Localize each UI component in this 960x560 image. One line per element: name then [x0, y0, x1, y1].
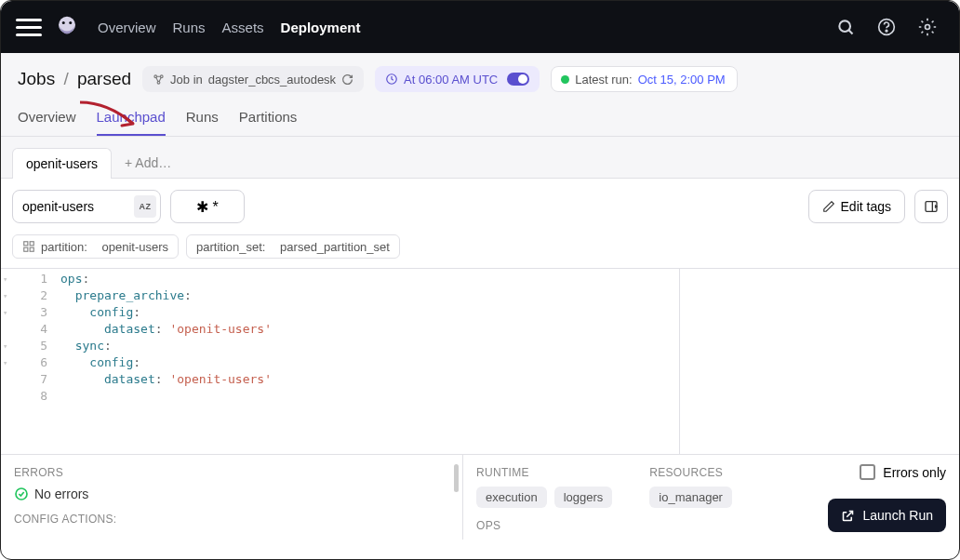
grid-icon — [22, 240, 35, 253]
tags-row: partition: openit-users partition_set: p… — [1, 234, 959, 268]
svg-rect-14 — [24, 242, 28, 246]
runtime-chip-execution[interactable]: execution — [476, 487, 547, 508]
nav-overview[interactable]: Overview — [98, 20, 156, 35]
nav-runs[interactable]: Runs — [173, 20, 206, 35]
scroll-thumb[interactable] — [454, 464, 459, 492]
svg-rect-17 — [30, 247, 33, 251]
dagster-logo-icon[interactable] — [53, 13, 81, 41]
schedule-toggle[interactable] — [507, 73, 529, 86]
launchpad-body: openit-users + Add… AZ ✱ * Edit tags par… — [1, 137, 959, 540]
breadcrumb: Jobs / parsed — [18, 69, 131, 89]
latest-run-time: Oct 15, 2:00 PM — [638, 73, 726, 87]
partition-tag-value: openit-users — [102, 240, 169, 254]
topbar-right — [829, 10, 944, 44]
code-location-chip[interactable]: Job in dagster_cbcs_autodesk — [142, 66, 364, 92]
errors-title: ERRORS — [14, 466, 449, 479]
partition-tag-key: partition: — [41, 240, 87, 254]
latest-run-chip[interactable]: Latest run: Oct 15, 2:00 PM — [551, 66, 737, 92]
config-editor: ▾1 ▾2 ▾3 4 ▾5 ▾6 7 8 ops: prepare_archiv… — [1, 268, 959, 454]
bottom-panel: ERRORS No errors CONFIG ACTIONS: Errors … — [1, 454, 959, 540]
errors-only-toggle[interactable]: Errors only — [860, 464, 946, 480]
status-success-dot — [561, 75, 569, 84]
preset-name-input-wrapper: AZ — [12, 190, 161, 223]
errors-only-label: Errors only — [883, 465, 946, 480]
svg-point-0 — [59, 17, 75, 33]
partition-set-tag-value: parsed_partition_set — [280, 240, 390, 254]
code-location-prefix: Job in — [170, 73, 203, 87]
editor-right-panel — [680, 269, 959, 454]
svg-rect-15 — [30, 242, 33, 246]
edit-tags-button[interactable]: Edit tags — [808, 190, 905, 223]
nav-assets[interactable]: Assets — [222, 20, 264, 35]
help-icon[interactable] — [870, 10, 903, 44]
partition-set-tag-key: partition_set: — [196, 240, 265, 254]
code-location-name: dagster_cbcs_autodesk — [208, 73, 336, 87]
schedule-label: At 06:00 AM UTC — [404, 73, 498, 87]
check-circle-icon — [14, 487, 29, 501]
runtime-title: RUNTIME — [476, 466, 612, 479]
svg-point-6 — [886, 30, 887, 32]
tab-overview[interactable]: Overview — [18, 109, 76, 136]
sub-tabs: Overview Launchpad Runs Partitions — [18, 109, 942, 136]
latest-run-prefix: Latest run: — [575, 73, 632, 87]
breadcrumb-root[interactable]: Jobs — [18, 69, 55, 88]
clock-icon — [385, 73, 398, 86]
scaffold-missing-button[interactable]: ✱ * — [170, 190, 245, 223]
editor-code-area[interactable]: ops: prepare_archive: config: dataset: '… — [55, 269, 680, 454]
hamburger-menu-icon[interactable] — [16, 14, 42, 40]
search-icon[interactable] — [829, 10, 862, 44]
svg-line-4 — [848, 30, 852, 33]
svg-point-2 — [69, 21, 72, 24]
svg-point-7 — [926, 25, 930, 30]
svg-point-3 — [839, 20, 850, 32]
errors-panel: ERRORS No errors CONFIG ACTIONS: — [1, 455, 463, 540]
tab-launchpad[interactable]: Launchpad — [97, 109, 166, 136]
refresh-icon[interactable] — [341, 73, 353, 86]
settings-icon[interactable] — [911, 10, 944, 44]
runtime-panel: Errors only RUNTIME execution loggers RE… — [463, 455, 959, 540]
config-actions-title: CONFIG ACTIONS: — [14, 513, 449, 526]
graph-icon — [153, 73, 165, 86]
partition-set-tag[interactable]: partition_set: parsed_partition_set — [186, 234, 400, 259]
external-link-icon — [841, 509, 855, 523]
top-nav-bar: Overview Runs Assets Deployment — [1, 1, 959, 53]
preset-tab-add[interactable]: + Add… — [112, 148, 184, 179]
svg-point-1 — [62, 21, 65, 24]
sort-az-button[interactable]: AZ — [134, 195, 156, 218]
schedule-chip[interactable]: At 06:00 AM UTC — [375, 66, 540, 92]
tab-partitions[interactable]: Partitions — [239, 109, 298, 136]
resource-chip-io-manager[interactable]: io_manager — [649, 487, 732, 508]
no-errors-text: No errors — [34, 487, 88, 501]
launchpad-toolbar: AZ ✱ * Edit tags — [1, 179, 959, 234]
preset-tab-active[interactable]: openit-users — [12, 148, 112, 179]
editor-gutter: ▾1 ▾2 ▾3 4 ▾5 ▾6 7 8 — [1, 269, 55, 454]
svg-rect-16 — [24, 247, 28, 251]
tab-runs[interactable]: Runs — [186, 109, 219, 136]
nav-links: Overview Runs Assets Deployment — [98, 20, 360, 35]
runtime-chip-loggers[interactable]: loggers — [554, 487, 613, 508]
collapse-panel-button[interactable] — [914, 190, 948, 223]
preset-tabs: openit-users + Add… — [1, 137, 959, 179]
preset-name-input[interactable] — [22, 199, 134, 214]
nav-deployment[interactable]: Deployment — [281, 20, 361, 35]
edit-tags-label: Edit tags — [841, 199, 891, 214]
breadcrumb-current: parsed — [77, 69, 131, 88]
panel-right-icon — [924, 199, 939, 214]
pencil-icon — [822, 200, 835, 213]
errors-only-checkbox[interactable] — [860, 464, 875, 480]
resources-title: RESOURCES — [649, 466, 732, 479]
launch-run-label: Launch Run — [862, 508, 933, 523]
partition-tag[interactable]: partition: openit-users — [12, 234, 179, 259]
launch-run-button[interactable]: Launch Run — [828, 499, 946, 532]
no-errors-row: No errors — [14, 487, 449, 501]
sub-header: Jobs / parsed Job in dagster_cbcs_autode… — [1, 53, 959, 137]
